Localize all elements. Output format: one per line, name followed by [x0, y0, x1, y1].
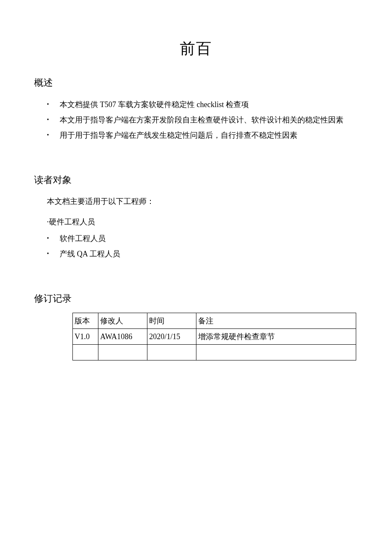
list-item: 本文用于指导客户端在方案开发阶段自主检查硬件设计、软件设计相关的稳定性因素 — [60, 112, 358, 128]
table-row — [73, 345, 356, 360]
overview-list: 本文档提供 T507 车载方案软硬件稳定性 checklist 检查项 本文用于… — [34, 97, 358, 143]
overview-heading: 概述 — [34, 76, 358, 89]
table-cell — [196, 345, 356, 360]
table-header-cell: 版本 — [73, 313, 98, 329]
table-cell: 2020/1/15 — [147, 329, 196, 345]
table-header-cell: 备注 — [196, 313, 356, 329]
table-cell — [73, 345, 98, 360]
document-page: 前百 概述 本文档提供 T507 车载方案软硬件稳定性 checklist 检查… — [0, 0, 392, 555]
table-row: V1.0 AWA1086 2020/1/15 增添常规硬件检查章节 — [73, 329, 356, 345]
page-title: 前百 — [34, 38, 358, 59]
table-cell — [147, 345, 196, 360]
list-item: 产线 QA 工程人员 — [60, 246, 358, 262]
revisions-heading: 修订记录 — [34, 292, 358, 305]
audience-list: 软件工程人员 产线 QA 工程人员 — [34, 231, 358, 262]
revisions-table: 版本 修改人 时间 备注 V1.0 AWA1086 2020/1/15 增添常规… — [72, 313, 356, 360]
list-item: 本文档提供 T507 车载方案软硬件稳定性 checklist 检查项 — [60, 97, 358, 112]
table-header-cell: 修改人 — [98, 313, 147, 329]
audience-intro: 本文档主要适用于以下工程师： — [47, 194, 358, 209]
audience-plain-item: ·硬件工程人员 — [47, 215, 358, 229]
table-cell: AWA1086 — [98, 329, 147, 345]
table-cell: 增添常规硬件检查章节 — [196, 329, 356, 345]
table-cell: V1.0 — [73, 329, 98, 345]
list-item: 用于用于指导客户端在产线发生稳定性问题后，自行排查不稳定性因素 — [60, 128, 358, 143]
table-header-row: 版本 修改人 时间 备注 — [73, 313, 356, 329]
audience-heading: 读者对象 — [34, 174, 358, 186]
list-item: 软件工程人员 — [60, 231, 358, 246]
table-cell — [98, 345, 147, 360]
table-header-cell: 时间 — [147, 313, 196, 329]
